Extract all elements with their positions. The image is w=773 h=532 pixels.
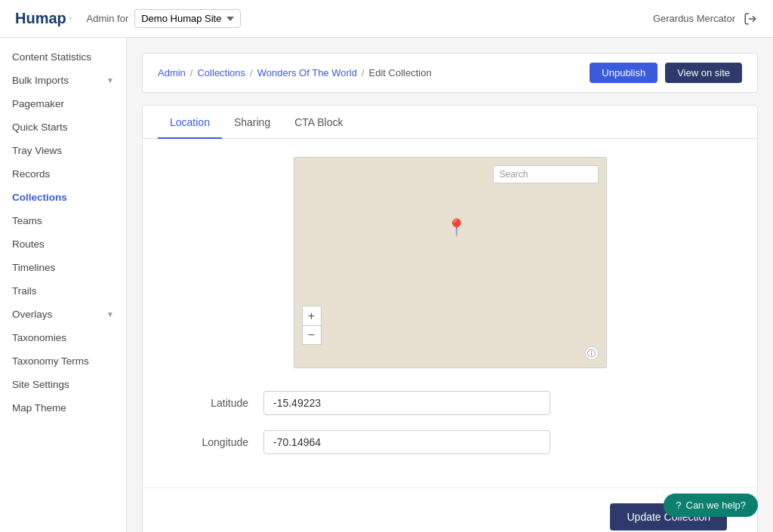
chevron-down-icon: ▼ (106, 76, 114, 85)
zoom-in-button[interactable]: + (302, 306, 322, 325)
sidebar-label: Map Theme (12, 402, 66, 414)
sidebar-item-overlays[interactable]: Overlays ▼ (0, 303, 126, 326)
sidebar-item-teams[interactable]: Teams (0, 209, 126, 232)
map-background (294, 158, 606, 367)
sidebar-label: Overlays (12, 309, 52, 320)
sidebar-item-routes[interactable]: Routes (0, 232, 126, 256)
top-nav: Humap· Admin for Demo Humap Site Gerardu… (0, 0, 773, 38)
breadcrumb-admin[interactable]: Admin (158, 67, 186, 78)
layout: Content Statistics Bulk Imports ▼ Pagema… (0, 38, 773, 532)
sidebar-label: Trails (12, 285, 37, 297)
breadcrumb-wonders[interactable]: Wonders Of The World (257, 67, 357, 78)
sidebar-item-taxonomies[interactable]: Taxonomies (0, 326, 126, 349)
latitude-label: Latitude (173, 397, 263, 409)
content-card: Location Sharing CTA Block (142, 105, 758, 532)
sidebar-label: Timelines (12, 262, 55, 273)
breadcrumb-actions: Unpublish View on site (590, 63, 742, 83)
tabs: Location Sharing CTA Block (143, 106, 757, 139)
sidebar-item-bulk-imports[interactable]: Bulk Imports ▼ (0, 69, 126, 92)
site-selector[interactable]: Demo Humap Site (134, 9, 241, 28)
logout-icon[interactable] (743, 11, 758, 26)
admin-for-label: Admin for (87, 13, 129, 24)
sidebar-label: Site Settings (12, 379, 69, 390)
top-nav-left: Humap· Admin for Demo Humap Site (15, 9, 241, 28)
breadcrumb-sep-2: / (250, 67, 253, 78)
longitude-input[interactable] (263, 430, 550, 454)
sidebar-label: Collections (12, 192, 67, 203)
map-controls: + − (302, 306, 322, 345)
sidebar-label: Content Statistics (12, 51, 91, 63)
tab-sharing[interactable]: Sharing (222, 106, 282, 139)
help-label: Can we help? (686, 500, 747, 511)
breadcrumb-sep-3: / (362, 67, 365, 78)
sidebar-item-quick-starts[interactable]: Quick Starts (0, 115, 126, 139)
sidebar-item-content-statistics[interactable]: Content Statistics (0, 45, 126, 69)
sidebar-label: Tray Views (12, 145, 62, 156)
sidebar-label: Pagemaker (12, 98, 64, 109)
breadcrumb-sep-1: / (190, 67, 193, 78)
tab-cta-block[interactable]: CTA Block (282, 106, 355, 139)
sidebar-label: Taxonomy Terms (12, 355, 89, 367)
longitude-label: Longitude (173, 436, 263, 448)
sidebar-label: Records (12, 168, 50, 180)
map-pin: 📍 (446, 218, 467, 238)
breadcrumb-edit: Edit Collection (369, 67, 432, 78)
sidebar-item-records[interactable]: Records (0, 162, 126, 186)
sidebar: Content Statistics Bulk Imports ▼ Pagema… (0, 38, 127, 532)
sidebar-label: Bulk Imports (12, 75, 69, 86)
sidebar-label: Taxonomies (12, 332, 66, 343)
sidebar-item-trails[interactable]: Trails (0, 279, 126, 303)
longitude-row: Longitude (173, 430, 701, 454)
map-info-button[interactable]: ⓘ (585, 346, 599, 360)
sidebar-label: Quick Starts (12, 121, 68, 133)
tab-location[interactable]: Location (158, 106, 222, 139)
logo-text: Humap (15, 10, 66, 27)
unpublish-button[interactable]: Unpublish (590, 63, 658, 83)
sidebar-item-pagemaker[interactable]: Pagemaker (0, 92, 126, 115)
chevron-down-icon: ▼ (106, 310, 114, 318)
sidebar-item-timelines[interactable]: Timelines (0, 256, 126, 279)
latitude-row: Latitude (173, 391, 701, 415)
logo: Humap· (15, 10, 72, 27)
sidebar-item-site-settings[interactable]: Site Settings (0, 373, 126, 396)
help-button[interactable]: ? Can we help? (664, 494, 758, 517)
question-icon: ? (676, 500, 681, 511)
top-nav-right: Gerardus Mercator (653, 11, 758, 26)
admin-for-section: Admin for Demo Humap Site (87, 9, 242, 28)
sidebar-item-taxonomy-terms[interactable]: Taxonomy Terms (0, 349, 126, 373)
main-content: Admin / Collections / Wonders Of The Wor… (127, 38, 773, 532)
view-on-site-button[interactable]: View on site (665, 63, 742, 83)
map-search-input[interactable]: Search (493, 165, 599, 183)
sidebar-label: Routes (12, 238, 45, 250)
map-search-placeholder: Search (500, 169, 528, 180)
zoom-out-button[interactable]: − (302, 325, 322, 345)
breadcrumb-bar: Admin / Collections / Wonders Of The Wor… (142, 53, 758, 93)
tab-content-location: Urbanización bana Urbanización Las Torre… (143, 139, 757, 487)
sidebar-item-map-theme[interactable]: Map Theme (0, 396, 126, 420)
sidebar-item-collections[interactable]: Collections (0, 186, 126, 209)
breadcrumb-collections[interactable]: Collections (197, 67, 245, 78)
user-name: Gerardus Mercator (653, 13, 735, 24)
map-container[interactable]: Urbanización bana Urbanización Las Torre… (294, 157, 607, 368)
sidebar-item-tray-views[interactable]: Tray Views (0, 139, 126, 162)
sidebar-label: Teams (12, 215, 42, 226)
latitude-input[interactable] (263, 391, 550, 415)
breadcrumb: Admin / Collections / Wonders Of The Wor… (158, 67, 432, 78)
